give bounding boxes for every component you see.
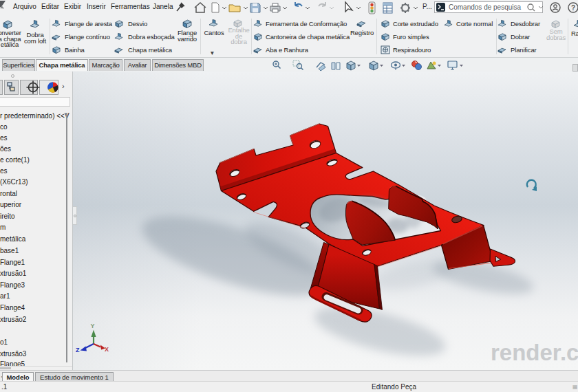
svg-text:X: X [105, 346, 109, 353]
svg-text:Z: Z [76, 347, 80, 353]
svg-text:?: ? [571, 4, 575, 12]
svg-text:Y: Y [91, 323, 95, 329]
svg-text:render.c: render.c [491, 340, 578, 365]
